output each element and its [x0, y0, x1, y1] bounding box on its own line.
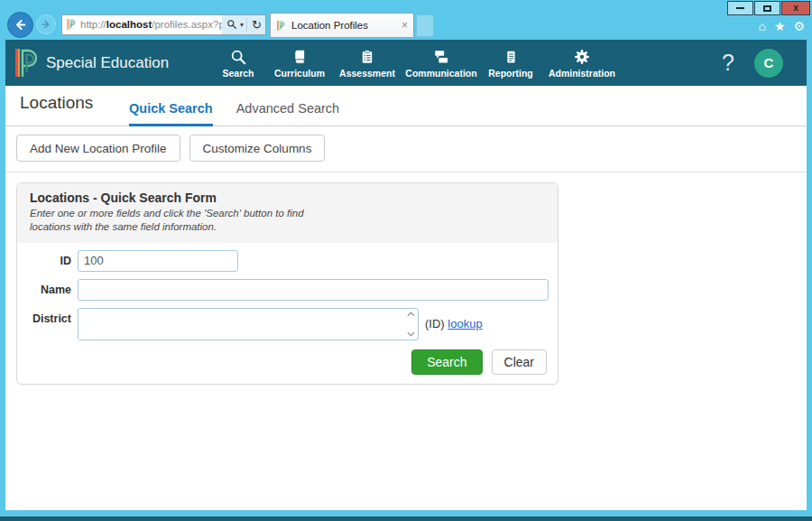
navbar-item-label: Assessment	[339, 68, 395, 79]
browser-window: x ⌂ ★ ⚙ http://localhost/profiles.aspx?p…	[0, 0, 812, 521]
home-icon[interactable]: ⌂	[758, 20, 765, 33]
close-button[interactable]: x	[781, 1, 810, 15]
minimize-button[interactable]	[727, 1, 753, 15]
name-field-row: Name	[26, 279, 549, 301]
scroll-down-icon[interactable]	[407, 331, 415, 337]
form-header: Locations - Quick Search Form Enter one …	[17, 183, 558, 243]
customize-columns-button[interactable]: Customize Columns	[189, 135, 326, 162]
window-bottom-edge	[0, 516, 812, 521]
url-text: http://localhost/profiles.aspx?pt=100	[80, 19, 222, 30]
browser-chrome: http://localhost/profiles.aspx?pt=100 ▾ …	[7, 11, 434, 38]
url-protocol: http://	[80, 19, 106, 30]
minimize-icon	[736, 7, 744, 9]
search-icon[interactable]	[226, 19, 237, 30]
clipboard-icon	[360, 48, 374, 65]
maximize-button[interactable]	[754, 1, 780, 15]
app-title: Special Education	[46, 54, 172, 72]
gear-icon	[574, 48, 590, 65]
favorites-star-icon[interactable]: ★	[774, 20, 786, 33]
tab-favicon	[276, 20, 286, 32]
district-lookup-link[interactable]: lookup	[448, 317, 482, 330]
quick-search-form-panel: Locations - Quick Search Form Enter one …	[16, 182, 558, 385]
tab-quick-search[interactable]: Quick Search	[129, 101, 213, 126]
navbar-item-label: Communication	[405, 68, 476, 79]
page-title: Locations	[20, 93, 93, 113]
district-suffix: (ID) lookup	[425, 317, 483, 330]
close-icon: x	[793, 4, 798, 13]
add-new-location-profile-button[interactable]: Add New Location Profile	[16, 135, 180, 162]
page-content: Special Education Search Curriculum Asse…	[5, 40, 807, 510]
window-controls: x	[727, 1, 810, 15]
settings-gear-icon[interactable]: ⚙	[793, 20, 805, 33]
new-tab-button[interactable]	[416, 14, 434, 37]
user-avatar[interactable]: C	[754, 49, 783, 78]
app-navbar: Special Education Search Curriculum Asse…	[5, 40, 807, 86]
tab-title: Location Profiles	[291, 20, 398, 31]
navbar-menu: Search Curriculum Assessment Communicati…	[211, 48, 622, 79]
maximize-icon	[763, 5, 771, 12]
url-path: /profiles.aspx?pt=100	[152, 19, 222, 30]
district-field-label: District	[26, 308, 71, 325]
id-input[interactable]	[78, 250, 238, 272]
navbar-item-label: Reporting	[488, 68, 533, 79]
url-host: localhost	[106, 19, 152, 30]
refresh-icon[interactable]: ↻	[246, 18, 262, 32]
navbar-item-administration[interactable]: Administration	[542, 48, 622, 79]
form-body: ID Name District	[17, 243, 558, 384]
district-id-hint: (ID)	[425, 317, 445, 330]
report-document-icon	[504, 48, 518, 65]
back-button[interactable]	[7, 12, 33, 38]
tab-advanced-search[interactable]: Advanced Search	[236, 101, 339, 126]
forward-arrow-icon	[41, 19, 51, 30]
forward-button[interactable]	[36, 14, 56, 34]
navbar-item-reporting[interactable]: Reporting	[482, 48, 540, 79]
page-header: Locations Quick Search Advanced Search	[5, 86, 807, 126]
navbar-item-curriculum[interactable]: Curriculum	[268, 48, 331, 79]
navbar-item-communication[interactable]: Communication	[403, 48, 479, 79]
powerschool-logo-icon	[14, 46, 38, 80]
clear-button[interactable]: Clear	[492, 349, 547, 375]
favicon	[66, 18, 77, 31]
address-bar[interactable]: http://localhost/profiles.aspx?pt=100 ▾ …	[61, 14, 266, 35]
district-field-row: District (ID) lookup	[26, 308, 549, 340]
navbar-item-label: Administration	[549, 68, 615, 79]
help-button[interactable]: ?	[722, 50, 734, 76]
navbar-item-label: Search	[222, 68, 254, 79]
form-actions: Search Clear	[26, 349, 549, 375]
chat-boxes-icon	[433, 48, 449, 65]
navbar-right: ? C	[722, 49, 783, 78]
scroll-up-icon[interactable]	[407, 312, 415, 317]
form-title: Locations - Quick Search Form	[30, 191, 545, 205]
book-icon	[292, 48, 308, 65]
chevron-down-icon[interactable]: ▾	[240, 21, 244, 29]
back-arrow-icon	[14, 18, 27, 32]
toolbar: Add New Location Profile Customize Colum…	[5, 126, 807, 172]
navbar-item-assessment[interactable]: Assessment	[334, 48, 401, 79]
district-input-wrap	[78, 308, 419, 340]
browser-tab[interactable]: Location Profiles ×	[270, 13, 414, 38]
district-input[interactable]	[78, 309, 404, 340]
id-field-label: ID	[26, 250, 71, 267]
search-button[interactable]: Search	[411, 349, 482, 375]
name-field-label: Name	[26, 279, 71, 296]
name-input[interactable]	[78, 279, 549, 301]
id-field-row: ID	[26, 250, 549, 272]
form-description: Enter one or more fields and click the '…	[30, 207, 317, 234]
search-icon	[230, 48, 246, 65]
district-scrollbar[interactable]	[404, 309, 418, 340]
tab-close-icon[interactable]: ×	[401, 19, 408, 32]
browser-action-icons: ⌂ ★ ⚙	[758, 20, 805, 33]
navbar-item-label: Curriculum	[274, 68, 325, 79]
navbar-item-search[interactable]: Search	[211, 48, 265, 79]
search-tabs: Quick Search Advanced Search	[129, 101, 339, 126]
address-bar-icons: ▾ ↻	[222, 15, 265, 34]
